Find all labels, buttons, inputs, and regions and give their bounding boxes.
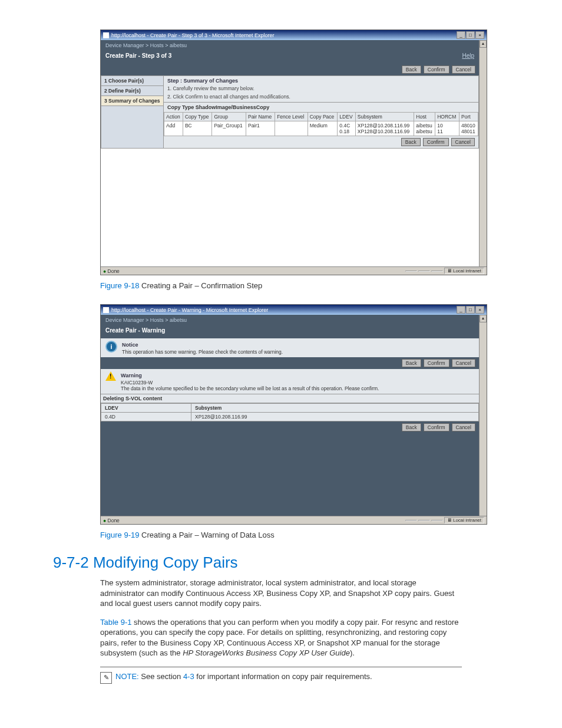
warning-block: Warning KAIC10239-W The data in the volu… xyxy=(101,369,479,394)
note-text-a: See section xyxy=(139,672,183,681)
para2-text-b: ). xyxy=(350,648,355,657)
blank-area-2 xyxy=(101,433,479,516)
cell-sub-2: XP128@10.208.116.99 xyxy=(191,413,479,421)
help-link[interactable]: Help xyxy=(462,52,474,59)
col-sub-2: Subsystem xyxy=(191,404,479,413)
titlebar-1: http://localhost - Create Pair - Step 3 … xyxy=(101,30,487,40)
confirm-button-2[interactable]: Confirm xyxy=(423,138,449,146)
maximize-icon[interactable]: □ xyxy=(466,306,475,314)
page-title-row: Create Pair - Step 3 of 3 Help xyxy=(101,51,479,64)
cancel-button-w1[interactable]: Cancel xyxy=(452,359,475,367)
back-button-w2[interactable]: Back xyxy=(402,423,421,431)
status-zone-2: 🖥 Local intranet xyxy=(444,517,484,523)
cell-fence xyxy=(275,121,308,136)
paragraph-2: Table 9-1 shows the operations that you … xyxy=(100,617,462,658)
notice-block: i Notice This operation has some warning… xyxy=(101,338,479,357)
figure-ref-2: Figure 9-19 xyxy=(100,531,139,539)
col-port: Port xyxy=(459,113,478,121)
cell-port-2: 48011 xyxy=(461,129,476,134)
table-row: 0.4D XP128@10.208.116.99 xyxy=(101,413,479,421)
minimize-icon[interactable]: _ xyxy=(457,306,465,314)
scroll-up-icon[interactable]: ▲ xyxy=(480,315,487,322)
minimize-icon[interactable]: _ xyxy=(457,31,465,39)
blank-area xyxy=(101,149,479,266)
para2-italic: HP StorageWorks Business Copy XP User Gu… xyxy=(183,648,350,657)
col-horcm: HORCM xyxy=(435,113,459,121)
step-note-1: 1. Carefully review the summary below. xyxy=(164,85,478,94)
cell-sub-2: XP128@10.208.116.99 xyxy=(358,129,412,134)
status-cell xyxy=(405,520,417,521)
section-heading: 9-7-2 Modifying Copy Pairs xyxy=(53,554,509,572)
status-cell xyxy=(418,520,430,521)
back-button-w1[interactable]: Back xyxy=(402,359,421,367)
window-title-2: http://localhost - Create Pair - Warning… xyxy=(111,307,268,313)
paragraph-1: The system administrator, storage admini… xyxy=(100,578,462,609)
step-note-2: 2. Click Confirm to enact all changes an… xyxy=(164,94,478,102)
cell-host-2: aibetsu xyxy=(416,129,433,134)
status-done-2: Done xyxy=(108,518,120,523)
back-button[interactable]: Back xyxy=(402,65,421,74)
wizard-step-2[interactable]: 2 Define Pair(s) xyxy=(101,86,163,96)
table-row: Add BC Pair_Group1 Pair1 Medium 0.4C 0.1… xyxy=(164,121,478,136)
table-9-1-link[interactable]: Table 9-1 xyxy=(100,618,131,627)
back-button-2[interactable]: Back xyxy=(401,138,421,146)
col-fence: Fence Level xyxy=(275,113,308,121)
copy-type-section: Copy Type ShadowImage/BusinessCopy xyxy=(164,102,478,112)
col-pace: Copy Pace xyxy=(308,113,338,121)
cell-copytype: BC xyxy=(183,121,212,136)
breadcrumb-2[interactable]: Device Manager > Hosts > aibetsu xyxy=(101,315,479,325)
col-group: Group xyxy=(212,113,246,121)
cell-sub-1: XP128@10.208.116.99 xyxy=(358,123,412,129)
zone-text-2: Local intranet xyxy=(453,518,481,523)
cell-horcm-2: 11 xyxy=(437,129,457,134)
cancel-button-w2[interactable]: Cancel xyxy=(452,423,475,431)
warning-icon xyxy=(105,371,116,381)
close-icon[interactable]: × xyxy=(475,31,484,39)
page-title: Create Pair - Step 3 of 3 xyxy=(105,52,171,59)
wizard-step-1[interactable]: 1 Choose Pair(s) xyxy=(101,76,163,86)
statusbar: ● Done 🖥 Local intranet xyxy=(101,266,487,275)
confirm-button-w1[interactable]: Confirm xyxy=(424,359,449,367)
status-done: Done xyxy=(108,268,120,274)
cell-horcm: 10 11 xyxy=(435,121,459,136)
status-cell xyxy=(405,271,417,272)
note-label: NOTE: xyxy=(115,672,139,681)
figure-caption-2: Figure 9-19 Creating a Pair – Warning of… xyxy=(100,531,462,539)
breadcrumb[interactable]: Device Manager > Hosts > aibetsu xyxy=(101,40,479,51)
step-title: Step : Summary of Changes xyxy=(164,76,478,85)
note-block: ✎ NOTE: See section 4-3 for important in… xyxy=(100,667,462,684)
statusbar-2: ● Done 🖥 Local intranet xyxy=(101,516,487,524)
warning-code: KAIC10239-W xyxy=(121,380,474,386)
figure-9-18-screenshot: http://localhost - Create Pair - Step 3 … xyxy=(100,29,509,275)
wizard-content: Step : Summary of Changes 1. Carefully r… xyxy=(164,75,479,149)
cell-host-1: aibetsu xyxy=(416,123,433,129)
cancel-button[interactable]: Cancel xyxy=(452,65,475,74)
confirm-button[interactable]: Confirm xyxy=(424,65,449,74)
cancel-button-2[interactable]: Cancel xyxy=(451,138,475,146)
svol-table: LDEV Subsystem 0.4D XP128@10.208.116.99 xyxy=(101,403,479,421)
section-4-3-link[interactable]: 4-3 xyxy=(183,672,194,681)
ie-icon xyxy=(103,307,109,313)
col-copytype: Copy Type xyxy=(183,113,212,121)
cell-ldev: 0.4C 0.18 xyxy=(338,121,355,136)
maximize-icon[interactable]: □ xyxy=(466,31,475,39)
note-icon: ✎ xyxy=(100,672,112,684)
col-host: Host xyxy=(414,113,435,121)
scrollbar[interactable]: ▲ xyxy=(479,40,487,266)
scrollbar-2[interactable]: ▲ xyxy=(479,315,487,516)
note-text-b: for important information on copy pair r… xyxy=(194,672,372,681)
notice-text: This operation has some warning. Please … xyxy=(122,349,474,355)
figure-9-19-screenshot: http://localhost - Create Pair - Warning… xyxy=(100,304,509,525)
status-cell xyxy=(431,520,443,521)
notice-title: Notice xyxy=(122,341,474,349)
close-icon[interactable]: × xyxy=(475,306,484,314)
button-row-2a: Back Confirm Cancel xyxy=(101,357,479,369)
warning-text: The data in the volume specified to be t… xyxy=(121,386,474,391)
scroll-up-icon[interactable]: ▲ xyxy=(480,40,487,48)
wizard-step-3[interactable]: 3 Summary of Changes xyxy=(101,96,163,106)
cell-ldev-2: 0.18 xyxy=(339,129,353,134)
confirm-button-w2[interactable]: Confirm xyxy=(424,423,449,431)
cell-host: aibetsu aibetsu xyxy=(414,121,435,136)
cell-ldev-2: 0.4D xyxy=(101,413,191,421)
window-title: http://localhost - Create Pair - Step 3 … xyxy=(111,32,275,38)
